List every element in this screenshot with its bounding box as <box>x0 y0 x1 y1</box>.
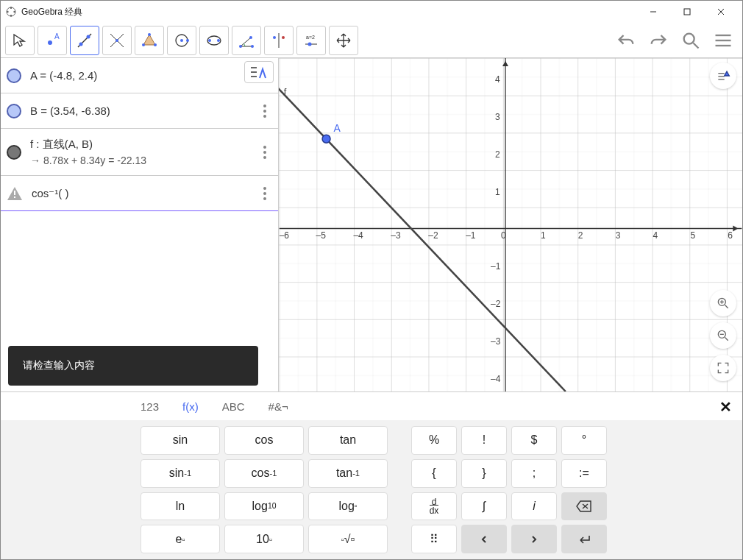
algebra-row[interactable]: f : 直线(A, B) → 8.78x + 8.34y = -22.13 <box>1 129 278 176</box>
visibility-toggle-icon[interactable] <box>7 145 21 160</box>
svg-point-28 <box>249 36 252 39</box>
key-semicolon[interactable]: ; <box>511 459 557 488</box>
key-integral[interactable]: ∫ <box>461 492 507 521</box>
svg-rect-45 <box>14 191 15 195</box>
tool-pan[interactable] <box>329 26 358 55</box>
svg-text:–3: –3 <box>491 336 501 347</box>
key-degree[interactable]: ° <box>561 426 607 455</box>
undo-button[interactable] <box>611 26 641 55</box>
algebra-sort-button[interactable] <box>244 61 274 83</box>
key-enter[interactable] <box>561 525 607 553</box>
tool-point[interactable]: A <box>38 26 67 55</box>
svg-text:3: 3 <box>616 230 621 241</box>
key-log10[interactable]: log10 <box>224 492 304 521</box>
visibility-toggle-icon[interactable] <box>7 104 21 118</box>
input-expression[interactable]: cos⁻¹( ) <box>32 187 249 200</box>
object-definition: B = (3.54, -6.38) <box>30 104 249 117</box>
algebra-row[interactable]: B = (3.54, -6.38) <box>1 93 278 129</box>
graphics-view[interactable]: –6 –5 –4 –3 –2 –1 0 1 2 3 4 5 6 1 2 3 4 … <box>279 58 742 391</box>
keyboard-tab-123[interactable]: 123 <box>141 400 159 413</box>
row-menu-button[interactable] <box>257 104 272 118</box>
key-lbrace[interactable]: { <box>411 459 457 488</box>
key-ln[interactable]: ln <box>141 492 220 521</box>
svg-text:1: 1 <box>495 187 500 197</box>
tool-perpendicular[interactable] <box>102 26 132 55</box>
row-menu-button[interactable] <box>257 146 272 159</box>
key-nthroot[interactable]: ▫√▫ <box>308 525 388 553</box>
object-definition: f : 直线(A, B) <box>30 138 249 152</box>
keyboard-tab-abc[interactable]: ABC <box>222 400 245 413</box>
title-bar: GeoGebra 经典 <box>1 1 742 23</box>
svg-text:3: 3 <box>495 112 500 122</box>
svg-point-4 <box>10 15 13 17</box>
keyboard-close-button[interactable]: ✕ <box>719 398 732 416</box>
svg-rect-48 <box>279 58 742 391</box>
svg-point-36 <box>684 33 694 43</box>
error-tooltip: 请检查输入内容 <box>8 346 258 386</box>
window-minimize-button[interactable] <box>636 1 670 23</box>
key-asin[interactable]: sin-1 <box>141 459 220 488</box>
redo-button[interactable] <box>644 26 673 55</box>
key-pow10[interactable]: 10▫ <box>224 525 304 553</box>
key-logb[interactable]: log▫ <box>308 492 388 521</box>
svg-text:4: 4 <box>495 74 500 85</box>
svg-text:4: 4 <box>653 230 658 241</box>
window-title: GeoGebra 经典 <box>21 6 82 18</box>
svg-line-75 <box>725 305 728 308</box>
keyboard-tab-fx[interactable]: f(x) <box>182 400 199 413</box>
tool-slider[interactable]: a=2 <box>296 26 326 55</box>
tool-line[interactable] <box>70 26 99 55</box>
svg-text:–6: –6 <box>280 230 290 241</box>
key-tan[interactable]: tan <box>308 426 388 455</box>
app-logo-icon <box>5 6 17 18</box>
key-dollar[interactable]: $ <box>511 426 557 455</box>
tool-ellipse[interactable] <box>199 26 229 55</box>
point-a[interactable] <box>322 135 330 143</box>
object-value: → 8.78x + 8.34y = -22.13 <box>30 155 249 166</box>
tool-polygon[interactable] <box>135 26 164 55</box>
algebra-view: A = (-4.8, 2.4) B = (3.54, -6.38) f : 直线… <box>1 58 279 391</box>
key-factorial[interactable]: ! <box>461 426 507 455</box>
key-exp[interactable]: e▫ <box>141 525 220 553</box>
svg-point-23 <box>186 39 189 42</box>
key-imaginary[interactable]: i <box>511 492 557 521</box>
search-button[interactable] <box>676 26 705 55</box>
zoom-out-button[interactable] <box>710 322 736 349</box>
point-label: A <box>334 122 341 134</box>
key-cos[interactable]: cos <box>224 426 304 455</box>
window-maximize-button[interactable] <box>670 1 704 23</box>
key-atan[interactable]: tan-1 <box>308 459 388 488</box>
key-right[interactable] <box>511 525 557 553</box>
algebra-input-row[interactable]: cos⁻¹( ) <box>1 176 278 211</box>
key-more[interactable]: ⠿ <box>411 525 457 553</box>
tool-circle[interactable] <box>167 26 196 55</box>
graphics-settings-button[interactable] <box>710 63 736 89</box>
key-acos[interactable]: cos-1 <box>224 459 304 488</box>
algebra-row[interactable]: A = (-4.8, 2.4) <box>1 58 278 93</box>
window-close-button[interactable] <box>704 1 738 23</box>
tool-reflect[interactable] <box>264 26 294 55</box>
key-left[interactable] <box>461 525 507 553</box>
zoom-in-button[interactable] <box>710 290 736 316</box>
key-backspace[interactable] <box>561 492 607 521</box>
svg-text:–2: –2 <box>428 230 438 241</box>
row-menu-button[interactable] <box>257 187 272 200</box>
visibility-toggle-icon[interactable] <box>7 68 21 83</box>
svg-point-1 <box>7 11 9 13</box>
key-assign[interactable]: := <box>561 459 607 488</box>
fullscreen-button[interactable] <box>710 355 736 381</box>
tool-move[interactable] <box>5 26 35 55</box>
svg-point-32 <box>282 36 285 39</box>
svg-text:2: 2 <box>578 230 583 241</box>
keyboard-tab-sym[interactable]: #&¬ <box>269 400 288 413</box>
svg-point-18 <box>148 33 151 36</box>
svg-text:2: 2 <box>495 149 500 160</box>
tool-angle[interactable] <box>232 26 261 55</box>
svg-point-26 <box>217 39 220 42</box>
key-sin[interactable]: sin <box>141 426 220 455</box>
svg-text:–1: –1 <box>491 261 501 272</box>
key-derivative[interactable]: ddx <box>411 492 457 521</box>
menu-button[interactable] <box>708 26 738 55</box>
key-percent[interactable]: % <box>411 426 457 455</box>
key-rbrace[interactable]: } <box>461 459 507 488</box>
